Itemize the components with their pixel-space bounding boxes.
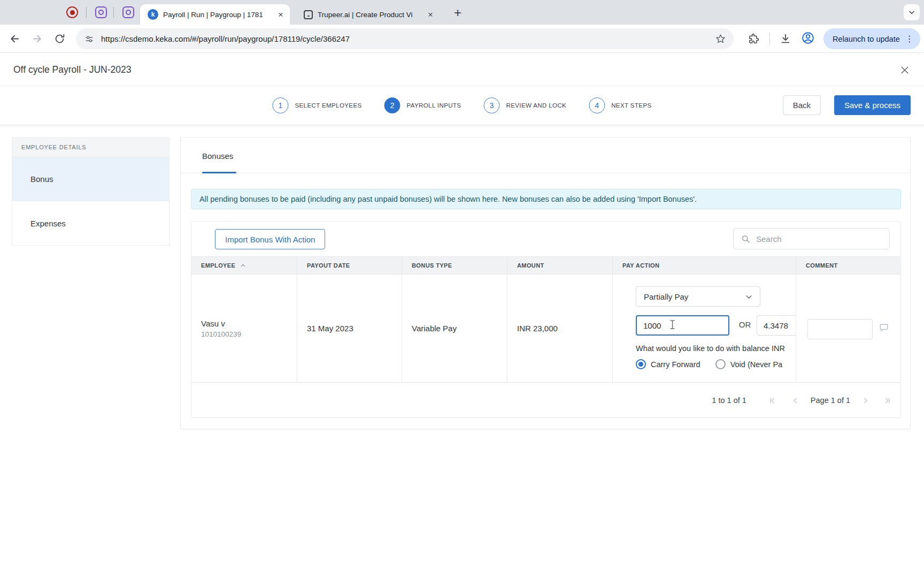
close-tab-icon[interactable]: ✕ bbox=[276, 10, 286, 19]
tab-search-chevron-icon[interactable] bbox=[904, 4, 920, 20]
col-amount[interactable]: AMOUNT bbox=[507, 257, 613, 274]
carry-forward-radio[interactable] bbox=[636, 359, 646, 369]
search-box[interactable] bbox=[733, 228, 890, 249]
pay-action-dropdown[interactable]: Partially Pay bbox=[636, 286, 760, 307]
browser-tab-strip: k Payroll | Run | Paygroup | 1781 ✕ Trup… bbox=[0, 0, 924, 25]
partial-percent-input[interactable] bbox=[757, 315, 796, 336]
carry-forward-label: Carry Forward bbox=[651, 360, 700, 369]
page-title: Off cycle Payroll - JUN-2023 bbox=[13, 64, 131, 75]
tab-trupeer[interactable]: Trupeer.ai | Create Product Vi ✕ bbox=[297, 4, 440, 25]
import-bonus-button[interactable]: Import Bonus With Action bbox=[215, 229, 325, 249]
back-button[interactable]: Back bbox=[783, 95, 821, 115]
or-label: OR bbox=[734, 320, 756, 329]
url-bar[interactable]: https://csdemo.keka.com/#/payroll/run/pa… bbox=[76, 28, 734, 49]
comment-input[interactable] bbox=[807, 319, 873, 339]
bookmark-star-icon[interactable] bbox=[715, 33, 726, 44]
tab-underline bbox=[202, 172, 236, 173]
col-payout-date[interactable]: PAYOUT DATE bbox=[297, 257, 402, 274]
balance-options: Carry Forward Void (Never Pa bbox=[636, 359, 782, 369]
sort-asc-icon bbox=[240, 262, 247, 269]
stepper-bar: 1 SELECT EMPLOYEES 2 PAYROLL INPUTS 3 RE… bbox=[0, 86, 924, 125]
col-pay-action[interactable]: PAY ACTION bbox=[613, 257, 796, 274]
keka-favicon: k bbox=[148, 9, 158, 20]
void-radio[interactable] bbox=[715, 359, 726, 369]
tab-title: Payroll | Run | Paygroup | 1781 bbox=[163, 11, 273, 19]
card-tab-row: Bonuses bbox=[181, 138, 910, 173]
next-page-icon[interactable] bbox=[861, 396, 870, 405]
profile-icon[interactable] bbox=[801, 31, 815, 45]
sidebar: EMPLOYEE DETAILS Bonus Expenses bbox=[12, 137, 170, 246]
pay-action-cell: Partially Pay OR What would you like to … bbox=[613, 275, 796, 382]
employee-id: 1010100239 bbox=[201, 330, 297, 338]
payout-date-cell: 31 May 2023 bbox=[297, 275, 402, 382]
first-page-icon[interactable] bbox=[768, 396, 777, 405]
download-icon[interactable] bbox=[779, 32, 792, 45]
extension-icon[interactable] bbox=[95, 6, 107, 18]
trupeer-favicon bbox=[304, 10, 313, 19]
main-card: Bonuses All pending bonuses to be paid (… bbox=[180, 137, 911, 429]
search-input[interactable] bbox=[756, 234, 879, 244]
close-dialog-icon[interactable] bbox=[898, 64, 911, 77]
bonuses-table-container: Import Bonus With Action EMPLOYEE PAYOUT… bbox=[191, 221, 901, 418]
last-page-icon[interactable] bbox=[883, 396, 892, 405]
col-comment[interactable]: COMMENT bbox=[796, 257, 900, 274]
amount-cell: INR 23,000 bbox=[507, 275, 613, 382]
table-header-row: EMPLOYEE PAYOUT DATE BONUS TYPE AMOUNT P… bbox=[191, 256, 900, 275]
save-process-button[interactable]: Save & process bbox=[834, 95, 911, 115]
divider bbox=[86, 7, 87, 18]
step-review-and-lock[interactable]: 3 REVIEW AND LOCK bbox=[483, 97, 566, 113]
reload-icon[interactable] bbox=[52, 32, 66, 45]
balance-question: What would you like to do with balance I… bbox=[636, 344, 785, 353]
comment-bubble-icon[interactable] bbox=[879, 322, 889, 335]
search-icon bbox=[741, 234, 751, 244]
tab-payroll[interactable]: k Payroll | Run | Paygroup | 1781 ✕ bbox=[140, 4, 290, 25]
col-employee[interactable]: EMPLOYEE bbox=[191, 257, 297, 274]
step-next-steps[interactable]: 4 NEXT STEPS bbox=[589, 97, 651, 113]
pagination-page: Page 1 of 1 bbox=[811, 396, 850, 405]
back-icon[interactable] bbox=[7, 32, 21, 45]
new-tab-button[interactable]: + bbox=[449, 4, 466, 21]
site-settings-icon[interactable] bbox=[84, 34, 94, 44]
divider bbox=[113, 7, 114, 18]
forward-icon bbox=[30, 32, 44, 45]
sidebar-header: EMPLOYEE DETAILS bbox=[12, 138, 169, 157]
table-row: Vasu v 1010100239 31 May 2023 Variable P… bbox=[191, 275, 900, 383]
pagination: 1 to 1 of 1 Page 1 of 1 bbox=[712, 383, 892, 418]
dialog-header: Off cycle Payroll - JUN-2023 bbox=[0, 53, 924, 86]
employee-name: Vasu v bbox=[201, 319, 297, 328]
relaunch-button[interactable]: Relaunch to update ⋮ bbox=[823, 28, 920, 49]
sidebar-item-bonus[interactable]: Bonus bbox=[12, 157, 169, 201]
employee-cell: Vasu v 1010100239 bbox=[191, 275, 297, 382]
col-bonus-type[interactable]: BONUS TYPE bbox=[402, 257, 507, 274]
tab-title: Trupeer.ai | Create Product Vi bbox=[318, 11, 422, 19]
divider bbox=[769, 33, 770, 45]
browser-menu-icon[interactable]: ⋮ bbox=[905, 34, 914, 44]
extension-icon[interactable] bbox=[122, 6, 134, 18]
step-payroll-inputs[interactable]: 2 PAYROLL INPUTS bbox=[384, 97, 461, 113]
chevron-down-icon bbox=[744, 292, 753, 301]
browser-toolbar: https://csdemo.keka.com/#/payroll/run/pa… bbox=[0, 25, 924, 53]
prev-page-icon[interactable] bbox=[791, 396, 800, 405]
close-tab-icon[interactable]: ✕ bbox=[426, 10, 435, 19]
comment-cell bbox=[796, 275, 900, 382]
step-select-employees[interactable]: 1 SELECT EMPLOYEES bbox=[272, 97, 361, 113]
void-label: Void (Never Pa bbox=[730, 360, 783, 369]
extensions-puzzle-icon[interactable] bbox=[746, 32, 760, 45]
sidebar-item-expenses[interactable]: Expenses bbox=[12, 201, 169, 245]
url-text[interactable]: https://csdemo.keka.com/#/payroll/run/pa… bbox=[101, 34, 715, 43]
info-banner: All pending bonuses to be paid (includin… bbox=[191, 189, 901, 209]
stepper: 1 SELECT EMPLOYEES 2 PAYROLL INPUTS 3 RE… bbox=[272, 97, 651, 113]
screen: k Payroll | Run | Paygroup | 1781 ✕ Trup… bbox=[0, 0, 924, 578]
tab-bonuses[interactable]: Bonuses bbox=[202, 151, 233, 161]
partial-amount-input[interactable] bbox=[636, 315, 729, 336]
relaunch-label: Relaunch to update bbox=[833, 35, 900, 43]
pagination-range: 1 to 1 of 1 bbox=[712, 396, 746, 405]
bonus-type-cell: Variable Pay bbox=[402, 275, 507, 382]
recording-indicator-icon bbox=[66, 6, 78, 18]
